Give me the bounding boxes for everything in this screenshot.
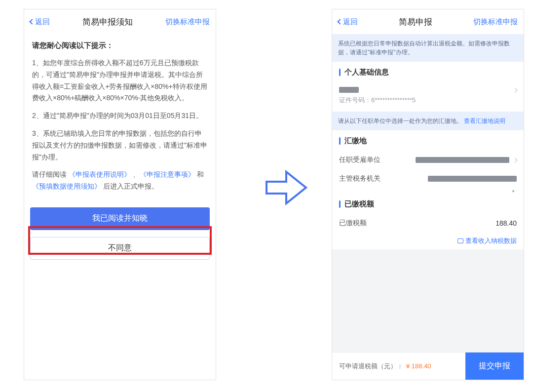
row-label: 任职受雇单位 [339,156,381,164]
refund-amount-display: 可申请退税额（元）： ¥ 188.40 [332,362,431,371]
back-button[interactable]: 返回 [30,17,50,27]
switch-standard-link[interactable]: 切换标准申报 [165,17,210,27]
row-label: 已缴税额 [339,219,367,228]
text: 后进入正式申报。 [101,182,158,190]
notice-paragraph-3: 3、系统已辅助填入您日常的申报数据，包括您的自行申报以及支付方的扣缴申报数据，如… [32,128,208,163]
row-paid-tax: 已缴税额 188.40 [332,214,524,233]
disagree-button[interactable]: 不同意 [30,237,210,260]
phone-declare-screen: 返回 简易申报 切换标准申报 系统已根据您日常申报数据自动计算出退税金额。如需修… [332,9,524,380]
info-banner-select-place: 请从以下任职单位中选择一处作为您的汇缴地。 查看汇缴地说明 [332,112,524,130]
redacted-employer [416,157,509,163]
row-employer[interactable]: 任职受雇单位 [332,151,524,169]
notice-paragraph-2: 2、通过"简易申报"办理的时间为03月01日至05月31日。 [32,110,208,122]
text: 、 [131,170,140,178]
notice-paragraph-1: 1、如您年度综合所得收入额不超过6万元且已预缴税款的，可通过"简易申报"办理申报… [32,57,208,104]
redacted-name [339,87,359,93]
id-number-row: 证件号码：6***************5 [332,94,524,112]
nav-bar: 返回 简易申报 切换标准申报 [332,9,524,34]
footer-bar: 可申请退税额（元）： ¥ 188.40 提交申报 [332,352,524,380]
row-label: 主管税务机关 [339,174,381,183]
nav-bar: 返回 简易申报须知 切换标准申报 [24,9,216,34]
link-caution[interactable]: 《申报注意事项》 [140,170,195,178]
arrow-right-icon [262,163,311,212]
empty-area [332,249,524,352]
section-header-basic: 个人基础信息 [332,62,524,82]
paid-tax-value: 188.40 [495,219,517,227]
info-banner-auto-calc: 系统已根据您日常申报数据自动计算出退税金额。如需修改申报数据，请通过"标准申报"… [332,34,524,62]
text: 和 [195,170,204,178]
link-view-income-data[interactable]: 查看收入纳税数据 [332,233,524,249]
row-tax-authority: 主管税务机关 [332,169,524,188]
link-place-help[interactable]: 查看汇缴地说明 [464,118,505,124]
link-manual[interactable]: 《申报表使用说明》 [69,170,131,178]
section-header-place: 汇缴地 [332,130,524,151]
switch-standard-link[interactable]: 切换标准申报 [473,17,518,27]
refund-amount: ¥ 188.40 [406,362,431,370]
agree-button[interactable]: 我已阅读并知晓 [30,207,210,230]
link-label: 查看收入纳税数据 [465,236,517,245]
banner-text: 请从以下任职单位中选择一处作为您的汇缴地。 [338,118,462,124]
link-prefill[interactable]: 《预填数据使用须知》 [32,182,101,190]
submit-button[interactable]: 提交申报 [465,353,524,380]
back-label: 返回 [35,17,50,27]
chevron-right-icon [513,87,518,92]
chevron-left-icon [337,19,343,24]
basic-info-card[interactable]: 证件号码：6***************5 [332,82,524,112]
id-value: 6***************5 [371,96,416,104]
list-icon [457,238,463,243]
page-title: 简易申报 [358,16,473,28]
section-header-paid: 已缴税额 [332,194,524,214]
back-label: 返回 [343,17,358,27]
chevron-left-icon [29,19,35,24]
chevron-right-icon [513,157,518,162]
page-indicator: ● [332,188,524,194]
flow-arrow [257,158,316,217]
phone-notice-screen: 返回 简易申报须知 切换标准申报 请您耐心阅读以下提示： 1、如您年度综合所得收… [24,9,216,380]
page-title: 简易申报须知 [50,16,165,28]
notice-body: 请您耐心阅读以下提示： 1、如您年度综合所得收入额不超过6万元且已预缴税款的，可… [24,34,216,193]
notice-paragraph-4: 请仔细阅读 《申报表使用说明》 、《申报注意事项》 和 《预填数据使用须知》 后… [32,169,208,193]
id-label: 证件号码： [339,96,371,104]
back-button[interactable]: 返回 [338,17,358,27]
notice-heading: 请您耐心阅读以下提示： [32,41,208,50]
text: 请仔细阅读 [32,170,69,178]
refund-label: 可申请退税额（元）： [339,362,403,371]
redacted-authority [428,176,517,182]
